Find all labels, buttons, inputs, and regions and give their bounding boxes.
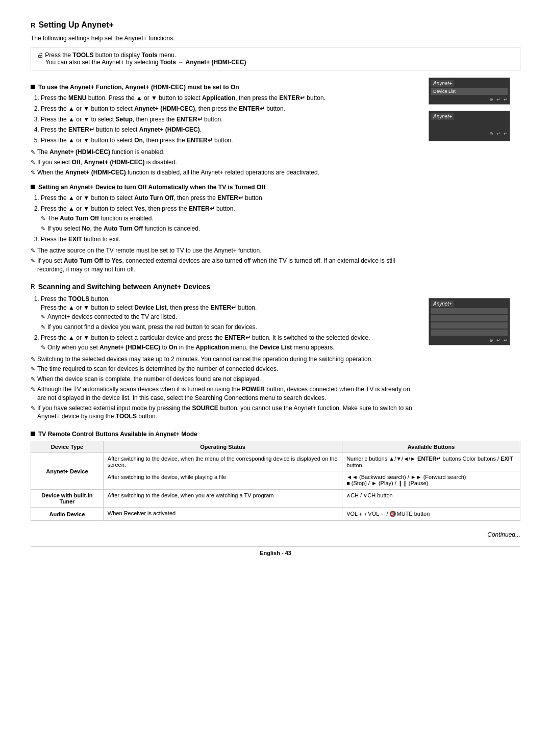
screen-mockup-3: Anynet+ ⊕ ↵ ↩ (429, 298, 510, 345)
screen-nav-icon: ↩ (504, 97, 508, 102)
mode-table: Device Type Operating Status Available B… (31, 441, 520, 521)
note-text: If you have selected external input mode… (37, 404, 418, 421)
section1-text: To use the Anynet+ Function, Anynet+ (HD… (31, 78, 429, 275)
section1-layout: To use the Anynet+ Function, Anynet+ (HD… (31, 78, 520, 275)
table-header-row: Device Type Operating Status Available B… (31, 441, 520, 453)
note-icon-small: ✎ (31, 375, 35, 383)
note-text: When the Anynet+ (HDMI-CEC) function is … (37, 168, 319, 177)
step-item: Press the ▲ or ▼ button to select a part… (41, 334, 418, 352)
section1-header: To use the Anynet+ Function, Anynet+ (HD… (31, 84, 418, 91)
note-item: ✎ If you set Auto Turn Off to Yes, conne… (31, 257, 418, 274)
available-buttons-3: VOL＋ / VOL－ / 🔇MUTE button (342, 508, 520, 521)
screen3-rows (431, 308, 508, 336)
bullet-icon (31, 185, 35, 189)
note-item: ✎ If you select Off, Anynet+ (HDMI-CEC) … (31, 158, 418, 167)
bullet-icon (31, 85, 35, 89)
table-row: Audio Device When Receiver is activated … (31, 508, 520, 521)
note-icon-small: ✎ (41, 313, 45, 321)
note-item: ✎ Although the TV automatically scans de… (31, 385, 418, 402)
note-item: ✎ Anynet+ devices connected to the TV ar… (41, 313, 418, 321)
screen3-row4 (431, 330, 508, 336)
screen-mockup-2: Anynet+ ⊕ ↵ ↩ (429, 111, 510, 141)
note-text: If you select Off, Anynet+ (HDMI-CEC) is… (37, 158, 177, 167)
note-icon-small: ✎ (41, 215, 45, 222)
screen3-row1 (431, 308, 508, 314)
section3-title: R Scanning and Switching between Anynet+… (31, 283, 418, 291)
step-item: Press the ▲ or ▼ button to select Anynet… (41, 105, 418, 113)
section2-steps: Press the ▲ or ▼ button to select Auto T… (41, 194, 418, 243)
note-icon-small: ✎ (31, 386, 35, 393)
available-buttons-1b: ◄◄ (Backward search) / ►► (Forward searc… (342, 471, 520, 490)
available-buttons-2: ∧CH / ∨CH button (342, 490, 520, 508)
note-icon-small: ✎ (41, 344, 45, 351)
step-item: Press the ▲ or ▼ button to select On, th… (41, 136, 418, 145)
note-item: ✎ The active source on the TV remote mus… (31, 246, 418, 255)
table-header-text: TV Remote Control Buttons Available in A… (38, 431, 197, 438)
section3-text: R Scanning and Switching between Anynet+… (31, 283, 429, 422)
note-icon-small: ✎ (31, 365, 35, 373)
note-item: ✎ If you have selected external input mo… (31, 404, 418, 421)
note-text: If you set Auto Turn Off to Yes, connect… (37, 257, 418, 274)
note-box-line1: 🖨 Press the TOOLS button to display Tool… (37, 52, 514, 59)
screen-nav-icon: ⊕ (489, 97, 493, 102)
note-text: If you cannot find a device you want, pr… (47, 323, 257, 332)
note-item: ✎ Only when you set Anynet+ (HDMI-CEC) t… (41, 343, 418, 352)
note-text: Only when you set Anynet+ (HDMI-CEC) to … (47, 343, 335, 352)
footer-text: English - 43 (260, 550, 291, 556)
table-row: Anynet+ Device After switching to the de… (31, 453, 520, 471)
section2-header: Setting an Anynet+ Device to turn Off Au… (31, 184, 418, 191)
col-operating-status: Operating Status (103, 441, 342, 453)
table-row: After switching to the device, while pla… (31, 471, 520, 490)
title-text: Setting Up Anynet+ (38, 20, 113, 30)
screen-mockup-1: Anynet+ Device List ⊕ ↵ ↩ (429, 78, 510, 105)
note-item: ✎ When the device scan is complete, the … (31, 375, 418, 384)
note-text: Anynet+ devices connected to the TV are … (47, 313, 177, 321)
screen2-label: Anynet+ (431, 113, 454, 120)
note-item: ✎ If you cannot find a device you want, … (41, 323, 418, 332)
screen-nav-icon: ↩ (504, 131, 508, 136)
section3-title-text: Scanning and Switching between Anynet+ D… (38, 283, 211, 291)
note-item: ✎ The Anynet+ (HDMI-CEC) function is ena… (31, 148, 418, 157)
note-icon-small: ✎ (31, 247, 35, 255)
note-item: ✎ The Auto Turn Off function is enabled. (41, 214, 418, 223)
note-icon: 🖨 (37, 52, 43, 59)
operating-status-1a: After switching to the device, when the … (103, 453, 342, 471)
screen1-item: Device List (431, 88, 508, 95)
section2-header-text: Setting an Anynet+ Device to turn Off Au… (38, 184, 265, 191)
note-icon-small: ✎ (31, 159, 35, 166)
screenshots-col1: Anynet+ Device List ⊕ ↵ ↩ Anynet+ ⊕ ↵ ↩ (429, 78, 520, 147)
step-item: Press the ▲ or ▼ button to select Yes, t… (41, 205, 418, 233)
device-type-tuner: Device with built-in Tuner (31, 490, 104, 508)
step-item: Press the TOOLS button. Press the ▲ or ▼… (41, 295, 418, 332)
page-container: R Setting Up Anynet+ The following setti… (31, 20, 520, 556)
screen3-footer: ⊕ ↵ ↩ (431, 338, 508, 343)
step-item: Press the ▲ or ▼ button to select Auto T… (41, 194, 418, 203)
screen-nav-icon: ↵ (496, 131, 500, 136)
screen3-row2 (431, 315, 508, 321)
note-box-line2: You can also set the Anynet+ by selectin… (45, 59, 514, 66)
footer-bar: English - 43 (31, 546, 520, 556)
section1-steps: Press the MENU button. Press the ▲ or ▼ … (41, 94, 418, 145)
screen3-row3 (431, 322, 508, 329)
note-item: ✎ If you select No, the Auto Turn Off fu… (41, 224, 418, 233)
note-text: When the device scan is complete, the nu… (37, 375, 261, 384)
note-icon-small: ✎ (31, 356, 35, 363)
screen-nav-icon: ⊕ (489, 338, 493, 343)
operating-status-2: After switching to the device, when you … (103, 490, 342, 508)
screen-nav-icon: ↵ (496, 338, 500, 343)
note-text: The Auto Turn Off function is enabled. (47, 214, 154, 223)
note-text: The Anynet+ (HDMI-CEC) function is enabl… (37, 148, 165, 157)
col-available-buttons: Available Buttons (342, 441, 520, 453)
table-row: Device with built-in Tuner After switchi… (31, 490, 520, 508)
note-icon-small: ✎ (31, 405, 35, 412)
note-icon-small: ✎ (31, 257, 35, 265)
available-buttons-1a: Numeric buttons ▲/▼/◄/► ENTER↵ buttons C… (342, 453, 520, 471)
device-type-anynet: Anynet+ Device (31, 453, 104, 490)
r-symbol-2: R (31, 283, 35, 290)
operating-status-3: When Receiver is activated (103, 508, 342, 521)
step-item: Press the MENU button. Press the ▲ or ▼ … (41, 94, 418, 103)
col-device-type: Device Type (31, 441, 104, 453)
table-section: TV Remote Control Buttons Available in A… (31, 431, 520, 521)
screen-nav-icon: ↵ (496, 97, 500, 102)
note-item: ✎ Switching to the selected devices may … (31, 355, 418, 364)
